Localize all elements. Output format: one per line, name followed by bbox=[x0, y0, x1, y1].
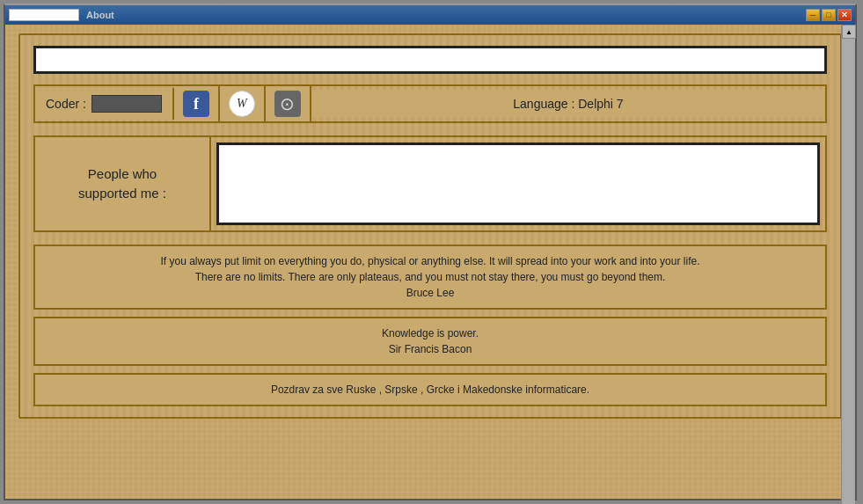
window-title: About bbox=[86, 10, 438, 20]
close-button[interactable]: ✕ bbox=[837, 9, 852, 21]
coder-label: Coder : bbox=[35, 88, 174, 120]
quote-author-2: Sir Francis Bacon bbox=[48, 341, 813, 357]
supporters-row: People who supported me : bbox=[33, 135, 827, 232]
gravatar-icon: ⊙ bbox=[274, 91, 301, 117]
scroll-up-button[interactable]: ▲ bbox=[842, 25, 856, 39]
minimize-button[interactable]: ─ bbox=[806, 9, 820, 21]
content-area: Coder : f W ⊙ bbox=[5, 25, 855, 499]
scrollbar[interactable]: ▲ ▼ bbox=[841, 25, 855, 504]
title-bar-row bbox=[33, 46, 827, 74]
gravatar-button[interactable]: ⊙ bbox=[266, 86, 311, 121]
coder-name bbox=[91, 95, 162, 113]
titlebar: About ─ □ ✕ bbox=[5, 5, 855, 25]
main-window: About ─ □ ✕ Coder : f bbox=[4, 4, 857, 500]
window-controls: ─ □ ✕ bbox=[806, 9, 852, 21]
main-panel: Coder : f W ⊙ bbox=[18, 33, 842, 419]
language-label: Language : Delphi 7 bbox=[311, 90, 825, 118]
facebook-icon: f bbox=[183, 91, 209, 117]
coder-row: Coder : f W ⊙ bbox=[33, 84, 827, 123]
wikipedia-button[interactable]: W bbox=[220, 86, 266, 121]
quote-text-2: Knowledge is power. bbox=[48, 325, 813, 341]
wikipedia-icon: W bbox=[229, 91, 255, 117]
quote-box-1: If you always put limit on everything yo… bbox=[33, 245, 827, 310]
quote-text-1: If you always put limit on everything yo… bbox=[48, 253, 813, 285]
maximize-button[interactable]: □ bbox=[822, 9, 836, 21]
supporters-content bbox=[216, 142, 820, 225]
titlebar-input[interactable] bbox=[9, 9, 79, 21]
quote-author-1: Bruce Lee bbox=[48, 285, 813, 301]
facebook-button[interactable]: f bbox=[174, 86, 220, 121]
app-title-input[interactable] bbox=[33, 46, 827, 74]
quote-box-3: Pozdrav za sve Ruske , Srpske , Grcke i … bbox=[33, 373, 827, 406]
quote-box-2: Knowledge is power. Sir Francis Bacon bbox=[33, 317, 827, 366]
quote-text-3: Pozdrav za sve Ruske , Srpske , Grcke i … bbox=[48, 382, 813, 398]
supporters-label: People who supported me : bbox=[35, 137, 211, 230]
